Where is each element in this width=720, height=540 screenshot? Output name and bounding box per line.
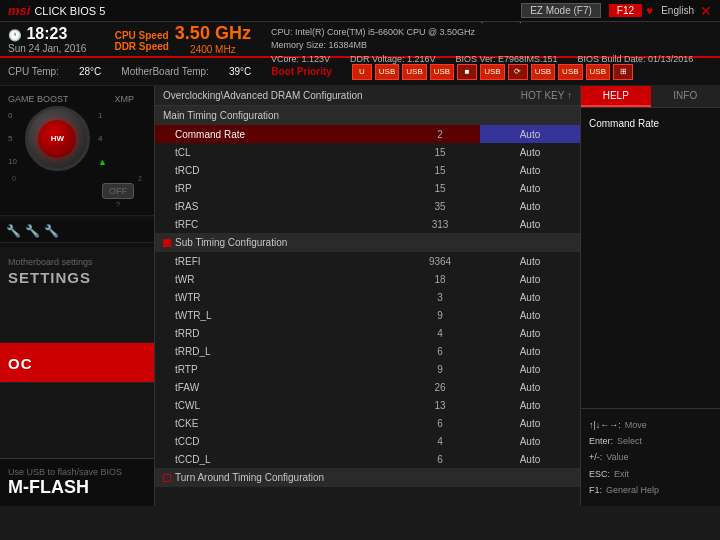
settings-title: SETTINGS — [8, 269, 146, 286]
param-auto[interactable]: Auto — [480, 450, 580, 468]
param-auto[interactable]: Auto — [480, 396, 580, 414]
param-auto[interactable]: Auto — [480, 179, 580, 197]
tool-icon-2[interactable]: 🔧 — [25, 224, 40, 238]
key-move-desc: Move — [625, 417, 647, 433]
xmp-toggle[interactable]: OFF — [102, 183, 134, 199]
param-value: 35 — [400, 197, 480, 215]
settings-section[interactable]: Motherboard settings SETTINGS — [0, 247, 154, 343]
param-name: Command Rate — [155, 125, 400, 143]
table-row[interactable]: tRFC 313 Auto — [155, 215, 580, 233]
key-move: ↑|↓←→: — [589, 417, 621, 433]
param-auto[interactable]: Auto — [480, 215, 580, 233]
f12-button[interactable]: F12 — [609, 4, 642, 17]
mflash-section[interactable]: Use USB to flash/save BIOS M-FLASH — [0, 458, 154, 506]
mb-temp-value: 39°C — [229, 66, 251, 77]
info-tab[interactable]: INFO — [651, 86, 721, 107]
header-bar: 🕐 18:23 Sun 24 Jan, 2016 CPU Speed DDR S… — [0, 22, 720, 58]
key-f1-desc: General Help — [606, 482, 659, 498]
table-row[interactable]: tCCD_L 6 Auto — [155, 450, 580, 468]
boot-icon-11[interactable]: ⊞ — [613, 64, 633, 80]
param-auto[interactable]: Auto — [480, 252, 580, 270]
key-help-item: F1: General Help — [589, 482, 712, 498]
boot-icons[interactable]: U USB USB USB ■ USB ⟳ USB USB USB ⊞ — [352, 64, 633, 80]
settings-label: Motherboard settings — [8, 257, 146, 267]
tool-icon-1[interactable]: 🔧 — [6, 224, 21, 238]
sub-timing-table: tREFI 9364 Auto tWR 18 Auto tWTR 3 Auto — [155, 252, 580, 468]
boot-icon-3[interactable]: USB — [402, 64, 426, 80]
timing-table-container[interactable]: Main Timing Configuration Command Rate 2… — [155, 106, 580, 506]
table-row[interactable]: tFAW 26 Auto — [155, 378, 580, 396]
hotkey-label: HOT KEY ↑ — [521, 90, 572, 101]
param-auto[interactable]: Auto — [480, 306, 580, 324]
table-row[interactable]: tWR 18 Auto — [155, 270, 580, 288]
cpu-speed-value: 3.50 GHz — [175, 23, 251, 44]
mflash-label: Use USB to flash/save BIOS — [8, 467, 146, 477]
table-row[interactable]: tCWL 13 Auto — [155, 396, 580, 414]
boot-icon-4[interactable]: USB — [430, 64, 454, 80]
sub-timing-header: Sub Timing Configuration — [155, 233, 580, 252]
param-value: 9 — [400, 306, 480, 324]
param-auto[interactable]: Auto — [480, 197, 580, 215]
boot-icon-1[interactable]: U — [352, 64, 372, 80]
param-auto[interactable]: Auto — [480, 270, 580, 288]
param-value: 313 — [400, 215, 480, 233]
table-row[interactable]: tRTP 9 Auto — [155, 360, 580, 378]
table-row[interactable]: Command Rate 2 Auto — [155, 125, 580, 143]
param-auto[interactable]: Auto — [480, 143, 580, 161]
param-auto[interactable]: Auto — [480, 378, 580, 396]
param-auto[interactable]: Auto — [480, 342, 580, 360]
param-name: tCKE — [155, 414, 400, 432]
param-auto[interactable]: Auto — [480, 324, 580, 342]
table-row[interactable]: tRAS 35 Auto — [155, 197, 580, 215]
table-row[interactable]: tRRD_L 6 Auto — [155, 342, 580, 360]
boot-icon-2[interactable]: USB — [375, 64, 399, 80]
table-row[interactable]: tWTR 3 Auto — [155, 288, 580, 306]
section-indicator-2 — [163, 474, 171, 482]
ez-mode-button[interactable]: EZ Mode (F7) — [521, 3, 601, 18]
boot-icon-10[interactable]: USB — [586, 64, 610, 80]
key-help-item: +/-: Value — [589, 449, 712, 465]
oc-title: OC — [8, 355, 146, 372]
param-value: 15 — [400, 161, 480, 179]
cpu-speed-label: CPU Speed — [114, 30, 168, 41]
main-layout: GAME BOOST XMP 0510 HW 14▲ 0 2 OFF ? — [0, 86, 720, 506]
param-auto[interactable]: Auto — [480, 125, 580, 143]
param-auto[interactable]: Auto — [480, 161, 580, 179]
help-tab[interactable]: HELP — [581, 86, 651, 107]
boot-icon-8[interactable]: USB — [531, 64, 555, 80]
param-name: tRRD_L — [155, 342, 400, 360]
game-boost-knob[interactable]: HW — [25, 106, 90, 171]
param-name: tFAW — [155, 378, 400, 396]
param-auto[interactable]: Auto — [480, 360, 580, 378]
table-row[interactable]: tRRD 4 Auto — [155, 324, 580, 342]
boot-icon-5[interactable]: ■ — [457, 64, 477, 80]
table-row[interactable]: tWTR_L 9 Auto — [155, 306, 580, 324]
breadcrumb-bar: Overclocking\Advanced DRAM Configuration… — [155, 86, 580, 106]
boot-icon-9[interactable]: USB — [558, 64, 582, 80]
date-display: Sun 24 Jan, 2016 — [8, 43, 86, 54]
table-row[interactable]: tCCD 4 Auto — [155, 432, 580, 450]
param-auto[interactable]: Auto — [480, 432, 580, 450]
param-auto[interactable]: Auto — [480, 288, 580, 306]
key-enter-desc: Select — [617, 433, 642, 449]
param-value: 26 — [400, 378, 480, 396]
main-content: Overclocking\Advanced DRAM Configuration… — [155, 86, 580, 506]
table-row[interactable]: tREFI 9364 Auto — [155, 252, 580, 270]
param-value: 18 — [400, 270, 480, 288]
table-row[interactable]: tCL 15 Auto — [155, 143, 580, 161]
param-value: 6 — [400, 450, 480, 468]
param-auto[interactable]: Auto — [480, 414, 580, 432]
mb-temp-label: MotherBoard Temp: — [121, 66, 209, 77]
param-name: tWTR_L — [155, 306, 400, 324]
table-row[interactable]: tRCD 15 Auto — [155, 161, 580, 179]
table-row[interactable]: tRP 15 Auto — [155, 179, 580, 197]
param-name: tCCD — [155, 432, 400, 450]
boot-icon-6[interactable]: USB — [480, 64, 504, 80]
close-icon[interactable]: ✕ — [700, 3, 712, 19]
boot-icon-7[interactable]: ⟳ — [508, 64, 528, 80]
param-value: 15 — [400, 143, 480, 161]
param-name: tRP — [155, 179, 400, 197]
table-row[interactable]: tCKE 6 Auto — [155, 414, 580, 432]
tool-icon-3[interactable]: 🔧 — [44, 224, 59, 238]
oc-section[interactable]: OC — [0, 343, 154, 383]
